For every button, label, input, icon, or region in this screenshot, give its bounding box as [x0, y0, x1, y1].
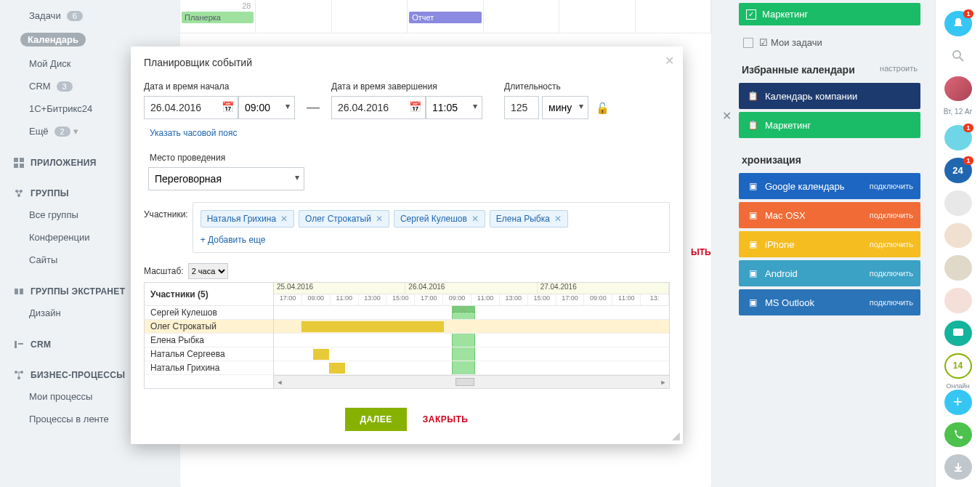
scale-select[interactable]: 2 часа	[188, 263, 228, 279]
dash: —	[302, 100, 324, 119]
add-participant-link[interactable]: + Добавить еще	[201, 235, 662, 245]
svg-rect-0	[14, 158, 18, 162]
end-label: Дата и время завершения	[331, 81, 482, 92]
my-tasks-toggle[interactable]: ☑Мои задачи	[739, 33, 920, 58]
location-select[interactable]: Переговорная	[148, 167, 304, 190]
right-toolbar: 1 Вт, 12 Аг 1 241 14 Онлайн +	[935, 0, 980, 487]
sync-item[interactable]: ▣MS Outlookподключить	[739, 289, 920, 315]
gantt-name-row: Наталья Сергеева	[145, 347, 273, 361]
phone-icon[interactable]	[944, 422, 972, 448]
configure-link[interactable]: настроить	[880, 64, 918, 76]
modal-header: Планировщик событий ✕	[131, 47, 683, 79]
close-icon[interactable]: ✕	[665, 54, 674, 68]
participant-chip[interactable]: Елена Рыбка ✕	[490, 210, 568, 228]
notifications-icon[interactable]: 1	[944, 11, 972, 36]
svg-rect-7	[15, 289, 18, 294]
avatar[interactable]	[944, 190, 972, 216]
svg-line-15	[960, 57, 963, 61]
svg-rect-16	[953, 329, 963, 336]
remove-icon[interactable]: ✕	[554, 214, 562, 224]
gantt-row	[274, 347, 669, 361]
duration-label: Длительность	[504, 81, 588, 92]
calendar-icon: 📅	[222, 101, 234, 113]
svg-rect-8	[20, 289, 23, 294]
svg-rect-10	[18, 343, 23, 345]
calendar-tag-marketing[interactable]: ✓Маркетинг	[739, 3, 920, 25]
avatar[interactable]: 1	[944, 125, 972, 150]
availability-gantt: Масштаб:2 часа Участники (5) Сергей Куле…	[144, 263, 670, 389]
svg-rect-2	[14, 164, 18, 168]
gantt-name-row: Елена Рыбка	[145, 334, 273, 347]
gantt-scrollbar[interactable]: ◄►	[274, 375, 669, 388]
start-time-select[interactable]: 09:00	[238, 96, 295, 119]
sync-title: хронизация	[739, 148, 920, 173]
avatar[interactable]	[944, 255, 972, 281]
sync-item[interactable]: ▣Androidподключить	[739, 260, 920, 286]
gantt-row	[274, 361, 669, 375]
avatar[interactable]	[944, 76, 972, 102]
search-icon[interactable]	[944, 44, 972, 69]
participant-chip[interactable]: Наталья Грихина ✕	[201, 210, 294, 228]
participant-chip[interactable]: Сергей Кулешов ✕	[394, 210, 485, 228]
svg-point-14	[953, 51, 960, 58]
sidebar-item-tasks[interactable]: Задачи6	[0, 4, 174, 27]
remove-icon[interactable]: ✕	[376, 214, 383, 224]
gantt-row	[274, 334, 669, 347]
close-button[interactable]: ЗАКРЫТЬ	[423, 408, 469, 431]
sync-item[interactable]: ▣Mac OSXподключить	[739, 202, 920, 228]
close-icon[interactable]: ✕	[722, 109, 732, 123]
scale-label: Масштаб:	[144, 266, 184, 276]
checkbox-icon	[743, 38, 753, 48]
fav-calendar-item[interactable]: 📋Маркетинг	[739, 112, 920, 138]
participants-label: Участники:	[144, 202, 188, 253]
participant-chip[interactable]: Олег Строкатый ✕	[299, 210, 389, 228]
svg-rect-9	[15, 341, 17, 348]
lock-icon[interactable]: 🔓	[596, 102, 610, 119]
download-icon[interactable]	[944, 454, 972, 480]
resize-handle[interactable]: ◢	[672, 430, 680, 441]
checkbox-icon: ✓	[746, 9, 756, 20]
add-button[interactable]: +	[944, 390, 972, 415]
gantt-header: Участники (5)	[145, 283, 273, 306]
gantt-name-row: Сергей Кулешов	[145, 306, 273, 320]
fav-calendars-title: Избранные календаринастроить	[739, 58, 920, 83]
stray-text: ЫТЬ	[691, 247, 711, 257]
current-date: Вт, 12 Аг	[944, 108, 973, 116]
svg-rect-3	[20, 164, 24, 168]
calendar-icon: 📅	[409, 101, 421, 113]
b24-icon[interactable]: 241	[944, 158, 972, 183]
avatar[interactable]	[944, 288, 972, 313]
gantt-row	[274, 320, 669, 334]
duration-unit-select[interactable]: минут	[542, 96, 588, 119]
online-label: Онлайн	[946, 382, 969, 390]
avatar[interactable]	[944, 223, 972, 249]
next-button[interactable]: ДАЛЕЕ	[345, 408, 406, 431]
remove-icon[interactable]: ✕	[280, 214, 288, 224]
sync-item[interactable]: ▣Google календарьподключить	[739, 173, 920, 199]
start-label: Дата и время начала	[144, 81, 295, 92]
sync-item[interactable]: ▣iPhoneподключить	[739, 231, 920, 257]
gantt-row	[274, 306, 669, 320]
end-time-select[interactable]: 11:05	[426, 96, 482, 119]
right-panel: ✓Маркетинг ☑Мои задачи Избранные календа…	[733, 0, 929, 487]
timezone-link[interactable]: Указать часовой пояс	[150, 128, 238, 138]
gantt-name-row: Олег Строкатый	[145, 320, 273, 334]
participants-box: Наталья Грихина ✕Олег Строкатый ✕Сергей …	[193, 202, 670, 253]
remove-icon[interactable]: ✕	[471, 214, 479, 224]
duration-input[interactable]	[504, 96, 539, 119]
svg-rect-1	[20, 158, 24, 162]
fav-calendar-item[interactable]: 📋Календарь компании	[739, 83, 920, 109]
location-label: Место проведения	[150, 153, 670, 163]
online-count[interactable]: 14	[944, 353, 972, 379]
gantt-name-row: Наталья Грихина	[145, 361, 273, 375]
event-scheduler-modal: Планировщик событий ✕ Дата и время начал…	[131, 47, 683, 444]
chat-icon[interactable]	[944, 321, 972, 346]
